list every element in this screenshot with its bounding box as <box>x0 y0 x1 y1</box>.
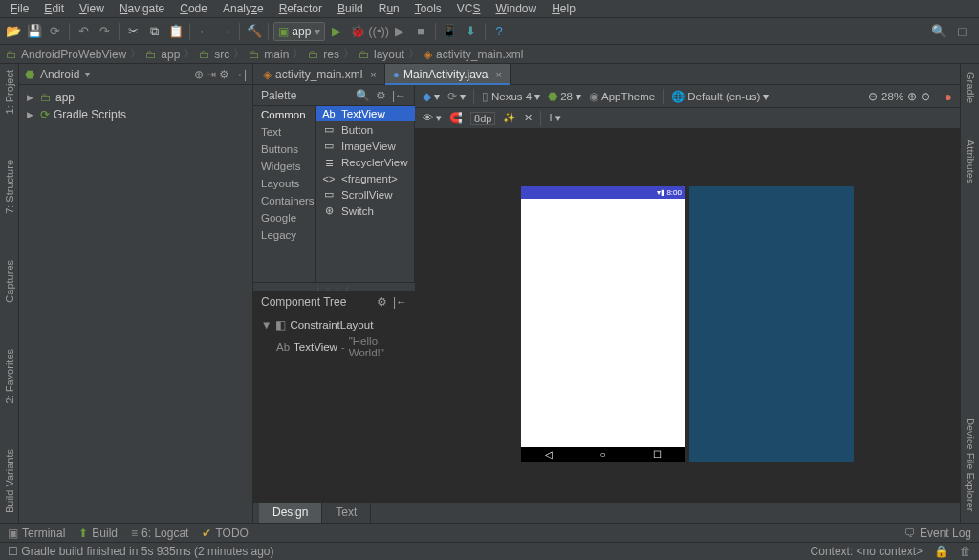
sdk-icon[interactable]: ⬇ <box>462 22 480 40</box>
help-icon[interactable]: ? <box>490 22 509 40</box>
breadcrumb-item[interactable]: layout <box>374 48 404 61</box>
undo-icon[interactable]: ↶ <box>75 22 93 40</box>
splitter[interactable]: ⋮⋮⋮⋮ <box>253 282 415 291</box>
menu-navigate[interactable]: Navigate <box>113 1 171 16</box>
palette-group-buttons[interactable]: Buttons <box>253 140 315 158</box>
search-icon[interactable]: 🔍 <box>356 89 370 102</box>
run-config-selector[interactable]: ▣ app ▾ <box>273 22 325 41</box>
palette-group-layouts[interactable]: Layouts <box>253 175 315 192</box>
menu-file[interactable]: File <box>4 1 35 16</box>
copy-icon[interactable]: ⧉ <box>145 22 163 40</box>
save-icon[interactable]: 💾 <box>25 22 43 40</box>
device-select[interactable]: ▯ Nexus 4 ▾ <box>482 90 540 103</box>
api-select[interactable]: ⬣ 28 ▾ <box>548 90 581 103</box>
tab-todo[interactable]: ✔ TODO <box>202 527 248 540</box>
cut-icon[interactable]: ✂ <box>124 22 142 40</box>
tree-node-app[interactable]: ▶ 🗀 app <box>23 89 249 106</box>
default-margin[interactable]: 8dp <box>470 112 495 125</box>
avd-icon[interactable]: 📱 <box>441 22 459 40</box>
palette-item-recyclerview[interactable]: ≣ RecyclerView ⬇ <box>316 154 428 171</box>
menu-code[interactable]: Code <box>173 1 214 16</box>
breadcrumb-item[interactable]: res <box>323 48 339 61</box>
search-icon[interactable]: 🔍 <box>929 22 947 40</box>
device-preview[interactable]: ▾▮ 8:00 ◁ ○ ☐ <box>521 186 685 462</box>
palette-item-textview[interactable]: Ab TextView <box>316 106 428 121</box>
menu-analyze[interactable]: Analyze <box>216 1 271 16</box>
zoom-fit-button[interactable]: ⊙ <box>921 90 930 103</box>
run-icon[interactable]: ▶ <box>328 22 346 40</box>
design-tab-text[interactable]: Text <box>322 503 371 523</box>
zoom-out-button[interactable]: ⊖ <box>868 90 878 103</box>
ct-row-constraintlayout[interactable]: ▼ ◧ ConstraintLayout <box>257 316 411 334</box>
palette-item-imageview[interactable]: ▭ ImageView <box>316 138 428 154</box>
theme-select[interactable]: ◉ AppTheme <box>589 90 655 103</box>
tab-logcat[interactable]: ≡ 6: Logcat <box>131 527 188 540</box>
orientation-select[interactable]: ⟳ ▾ <box>447 90 466 103</box>
rail-attributes[interactable]: Attributes <box>964 136 977 187</box>
collapse-icon[interactable]: ⇥ <box>207 68 216 81</box>
editor-tab-activity-main[interactable]: ◈ activity_main.xml × <box>255 64 385 84</box>
locale-select[interactable]: 🌐 Default (en-us) ▾ <box>671 90 769 103</box>
breadcrumb-item[interactable]: activity_main.xml <box>436 48 523 61</box>
palette-item-fragment[interactable]: <> <fragment> <box>316 171 428 186</box>
preview-body[interactable] <box>521 199 685 447</box>
surface-select[interactable]: ◆ ▾ <box>423 90 440 103</box>
infer-icon[interactable]: ✨ <box>503 112 516 124</box>
rail-build-variants[interactable]: Build Variants <box>3 445 16 517</box>
rail-structure[interactable]: 7: Structure <box>3 156 16 218</box>
menu-window[interactable]: Window <box>489 1 543 16</box>
profile-icon[interactable]: ((•)) <box>370 22 388 40</box>
palette-item-button[interactable]: ▭ Button <box>316 121 428 138</box>
zoom-in-button[interactable]: ⊕ <box>907 90 917 103</box>
palette-group-widgets[interactable]: Widgets <box>253 158 315 175</box>
warnings-icon[interactable]: ● <box>945 89 952 104</box>
status-context[interactable]: Context: <no context> <box>811 545 923 558</box>
palette-group-text[interactable]: Text <box>253 123 315 140</box>
rail-favorites[interactable]: 2: Favorites <box>3 345 16 407</box>
magnet-icon[interactable]: 🧲 <box>449 112 463 124</box>
menu-vcs[interactable]: VCS <box>450 1 488 16</box>
project-mode[interactable]: Android <box>40 68 79 81</box>
menu-help[interactable]: Help <box>545 1 582 16</box>
hide-icon[interactable]: |← <box>392 89 406 102</box>
design-tab-design[interactable]: Design <box>259 503 322 523</box>
rail-project[interactable]: 1: Project <box>3 66 16 118</box>
lock-icon[interactable]: 🔒 <box>934 545 948 558</box>
expand-icon[interactable]: ▶ <box>27 93 36 102</box>
rail-device-explorer[interactable]: Device File Explorer <box>964 414 977 515</box>
menu-tools[interactable]: Tools <box>408 1 448 16</box>
sync-icon[interactable]: ⟳ <box>46 22 64 40</box>
tab-terminal[interactable]: ▣ Terminal <box>8 527 65 540</box>
debug-icon[interactable]: 🐞 <box>349 22 367 40</box>
expand-icon[interactable]: ▶ <box>27 110 36 119</box>
rail-gradle[interactable]: Gradle <box>964 68 977 107</box>
forward-icon[interactable]: → <box>216 22 234 40</box>
menu-run[interactable]: Run <box>372 1 406 16</box>
menu-refactor[interactable]: Refactor <box>272 1 329 16</box>
breadcrumb-item[interactable]: main <box>264 48 289 61</box>
tree-node-gradle[interactable]: ▶ ⟳ Gradle Scripts <box>23 106 249 123</box>
blueprint-preview[interactable] <box>689 186 854 462</box>
hide-icon[interactable]: →| <box>232 68 247 81</box>
breadcrumb-project[interactable]: AndroidProWebView <box>21 48 126 61</box>
palette-item-switch[interactable]: ⊛ Switch <box>316 203 428 219</box>
paste-icon[interactable]: 📋 <box>166 22 185 40</box>
collapse-icon[interactable]: ▼ <box>261 319 272 331</box>
tab-event-log[interactable]: 🗨 Event Log <box>904 527 971 540</box>
tab-build[interactable]: ⬆ Build <box>78 527 118 540</box>
breadcrumb-item[interactable]: app <box>161 48 180 61</box>
palette-group-legacy[interactable]: Legacy <box>253 226 315 244</box>
ct-row-textview[interactable]: Ab TextView - "Hello World!" <box>257 334 411 360</box>
close-icon[interactable]: × <box>496 69 502 80</box>
trash-icon[interactable]: 🗑 <box>960 545 971 558</box>
menu-edit[interactable]: Edit <box>37 1 71 16</box>
palette-group-common[interactable]: Common <box>253 106 315 123</box>
rail-captures[interactable]: Captures <box>3 256 16 307</box>
redo-icon[interactable]: ↷ <box>96 22 114 40</box>
palette-group-containers[interactable]: Containers <box>253 192 315 209</box>
menu-view[interactable]: View <box>73 1 111 16</box>
back-icon[interactable]: ← <box>195 22 213 40</box>
gear-icon[interactable]: ⚙ <box>219 68 229 81</box>
gear-icon[interactable]: ⚙ <box>377 295 387 309</box>
palette-item-scrollview[interactable]: ▭ ScrollView <box>316 186 428 203</box>
